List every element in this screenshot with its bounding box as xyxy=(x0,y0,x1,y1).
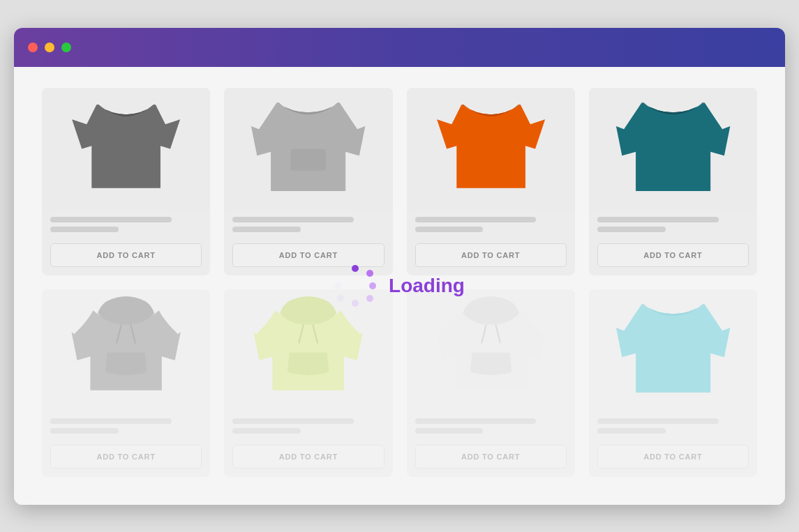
product-card-gray-tshirt: ADD TO CART xyxy=(42,88,210,275)
product-card-orange-tshirt: ADD TO CART xyxy=(407,88,575,275)
product-grid: ADD TO CART ADD TO CART xyxy=(42,88,757,477)
product-info-orange-tshirt xyxy=(407,210,575,241)
browser-content: ADD TO CART ADD TO CART xyxy=(14,67,785,505)
product-info-gray-hoodie xyxy=(42,411,210,442)
add-to-cart-orange-tshirt[interactable]: ADD TO CART xyxy=(415,243,567,267)
product-image-lime-hoodie xyxy=(224,289,392,411)
product-price-bar xyxy=(50,428,119,434)
traffic-light-green[interactable] xyxy=(61,43,71,52)
product-name-bar xyxy=(597,418,719,424)
product-card-white-tshirt: ADD TO CART xyxy=(407,289,575,477)
product-name-bar xyxy=(415,217,537,222)
product-info-white-tshirt xyxy=(407,411,575,442)
product-image-teal-sweatshirt xyxy=(589,88,757,210)
product-image-orange-tshirt xyxy=(407,88,575,210)
add-to-cart-lime-hoodie[interactable]: ADD TO CART xyxy=(232,445,384,469)
product-price-bar xyxy=(597,428,666,434)
product-info-gray-tshirt xyxy=(42,210,210,241)
product-price-bar xyxy=(50,227,119,232)
add-to-cart-gray-tshirt[interactable]: ADD TO CART xyxy=(50,243,202,267)
product-info-teal-sweatshirt xyxy=(589,210,757,241)
product-name-bar xyxy=(50,217,172,222)
product-image-white-tshirt xyxy=(407,289,575,411)
product-image-cyan-sweatshirt xyxy=(589,289,757,411)
product-price-bar xyxy=(232,428,301,434)
product-price-bar xyxy=(232,227,301,232)
traffic-light-red[interactable] xyxy=(28,43,38,52)
product-info-cyan-sweatshirt xyxy=(589,411,757,442)
product-card-teal-sweatshirt: ADD TO CART xyxy=(589,88,757,275)
browser-window: ADD TO CART ADD TO CART xyxy=(14,28,785,505)
product-name-bar xyxy=(232,418,354,424)
product-name-bar xyxy=(415,418,537,424)
product-info-lime-hoodie xyxy=(224,411,392,442)
traffic-light-yellow[interactable] xyxy=(45,43,54,52)
product-card-light-gray-sweatshirt: ADD TO CART xyxy=(224,88,392,275)
product-price-bar xyxy=(415,227,484,232)
product-card-gray-hoodie: ADD TO CART xyxy=(42,289,210,477)
product-name-bar xyxy=(232,217,354,222)
product-name-bar xyxy=(597,217,719,222)
product-price-bar xyxy=(597,227,666,232)
browser-titlebar xyxy=(14,28,785,67)
product-image-light-gray-sweatshirt xyxy=(224,88,392,210)
add-to-cart-gray-hoodie[interactable]: ADD TO CART xyxy=(50,445,202,469)
svg-rect-0 xyxy=(291,149,327,170)
product-price-bar xyxy=(415,428,484,434)
product-name-bar xyxy=(50,418,172,424)
add-to-cart-light-gray-sweatshirt[interactable]: ADD TO CART xyxy=(232,243,384,267)
product-info-light-gray-sweatshirt xyxy=(224,210,392,241)
add-to-cart-cyan-sweatshirt[interactable]: ADD TO CART xyxy=(597,445,749,469)
product-card-cyan-sweatshirt: ADD TO CART xyxy=(589,289,757,477)
product-card-lime-hoodie: ADD TO CART xyxy=(224,289,392,477)
product-image-gray-hoodie xyxy=(42,289,210,411)
add-to-cart-teal-sweatshirt[interactable]: ADD TO CART xyxy=(597,243,749,267)
product-image-gray-tshirt xyxy=(42,88,210,210)
add-to-cart-white-tshirt[interactable]: ADD TO CART xyxy=(415,445,567,469)
